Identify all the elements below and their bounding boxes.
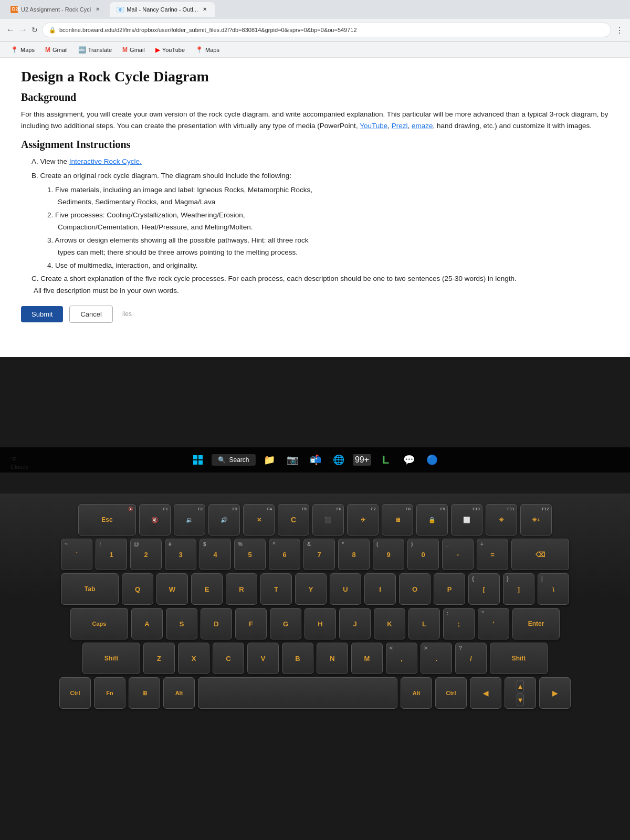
key-l[interactable]: L [408,608,440,639]
key-c[interactable]: C [213,643,244,674]
taskbar-mail[interactable]: 📬 [306,450,325,469]
youtube-link[interactable]: YouTube [360,122,387,130]
key-f9[interactable]: F9 🔒 [416,504,448,536]
key-r[interactable]: R [226,573,257,605]
key-comma[interactable]: <, [386,643,417,674]
tab-close-d2l[interactable]: ✕ [94,6,101,13]
key-f[interactable]: F [235,608,267,639]
key-4[interactable]: $4 [200,539,231,570]
emaze-link[interactable]: emaze [412,122,433,130]
taskbar-file-explorer[interactable]: 📁 [260,450,279,469]
key-h[interactable]: H [304,608,336,639]
key-i[interactable]: I [364,573,396,605]
key-ctrl[interactable]: Ctrl [59,677,91,709]
key-8[interactable]: *8 [338,539,370,570]
windows-start-button[interactable] [188,450,207,469]
key-u[interactable]: U [330,573,361,605]
taskbar-camera[interactable]: 📷 [283,450,302,469]
key-win[interactable]: ⊞ [129,677,160,709]
key-f6[interactable]: F6 ⬛ [312,504,344,536]
submit-button[interactable]: Submit [21,306,63,322]
key-f7[interactable]: F7 ✈ [347,504,379,536]
key-f5[interactable]: F5 C [278,504,309,536]
key-period[interactable]: >. [421,643,452,674]
bookmark-gmail-2[interactable]: M Gmail [118,45,149,55]
key-right[interactable]: ▶ [539,677,571,709]
key-lshift[interactable]: Shift [82,643,140,674]
nav-forward[interactable]: → [19,25,27,35]
key-f8[interactable]: F8 🖥 [382,504,413,536]
key-alt-l[interactable]: Alt [163,677,195,709]
nav-back[interactable]: ← [6,25,15,35]
key-z[interactable]: Z [143,643,175,674]
key-f11[interactable]: F11 ☀ [486,504,517,536]
key-s[interactable]: S [166,608,197,639]
key-5[interactable]: %5 [234,539,266,570]
key-lbracket[interactable]: {[ [468,573,500,605]
key-quote[interactable]: "' [478,608,509,639]
interactive-rock-cycle-link[interactable]: Interactive Rock Cycle. [69,158,142,165]
taskbar-notification-icon[interactable]: 99+ [352,450,372,470]
address-bar[interactable]: 🔒 bconline.broward.edu/d2l/lms/dropbox/u… [42,23,611,37]
key-alt-r[interactable]: Alt [401,677,432,709]
key-k[interactable]: K [374,608,405,639]
key-tab[interactable]: Tab [61,573,119,605]
key-rbracket[interactable]: }] [503,573,534,605]
key-3[interactable]: #3 [165,539,196,570]
key-p[interactable]: P [434,573,465,605]
key-semicolon[interactable]: :; [443,608,475,639]
key-rshift[interactable]: Shift [490,643,548,674]
key-2[interactable]: @2 [130,539,162,570]
cancel-button[interactable]: Cancel [69,306,112,323]
key-f1[interactable]: F1 🔇 [139,504,171,536]
key-1[interactable]: !1 [96,539,127,570]
taskbar-google[interactable]: 🔵 [423,450,442,469]
nav-reload[interactable]: ↻ [32,26,38,34]
key-caps[interactable]: Caps [70,608,128,639]
key-q[interactable]: Q [122,573,153,605]
key-esc[interactable]: Esc 🔇 [78,504,136,536]
taskbar-l-icon[interactable]: L [376,450,395,469]
key-slash[interactable]: ?/ [455,643,487,674]
taskbar-message[interactable]: 💬 [400,450,418,469]
key-minus[interactable]: _- [442,539,474,570]
key-f3[interactable]: F3 🔊 [208,504,240,536]
key-y[interactable]: Y [295,573,327,605]
key-9[interactable]: (9 [373,539,404,570]
bookmark-maps-2[interactable]: 📍 Maps [191,45,224,55]
key-7[interactable]: &7 [303,539,335,570]
tab-mail[interactable]: 📧 Mail - Nancy Carino - Outl... ✕ [110,2,215,17]
key-backslash[interactable]: |\ [538,573,569,605]
key-d[interactable]: D [201,608,232,639]
bookmark-translate[interactable]: 🔤 Translate [74,45,116,55]
taskbar-chrome[interactable]: 🌐 [329,450,348,469]
tab-d2l[interactable]: D2L U2 Assignment - Rock Cycl ✕ [4,2,108,17]
key-f2[interactable]: F2 🔉 [174,504,205,536]
key-t[interactable]: T [260,573,292,605]
key-f10[interactable]: F10 ⬜ [451,504,482,536]
key-e[interactable]: E [191,573,223,605]
key-backspace[interactable]: ⌫ [511,539,569,570]
taskbar-search-box[interactable]: 🔍 Search [212,454,255,466]
key-n[interactable]: N [317,643,348,674]
key-f4[interactable]: F4 ✕ [243,504,275,536]
key-0[interactable]: )0 [407,539,439,570]
key-space[interactable] [198,677,397,709]
key-x[interactable]: X [178,643,209,674]
bookmark-youtube[interactable]: ▶ YouTube [151,45,189,55]
key-m[interactable]: M [351,643,383,674]
key-o[interactable]: O [399,573,430,605]
key-a[interactable]: A [131,608,163,639]
key-w[interactable]: W [156,573,188,605]
key-6[interactable]: ^6 [269,539,300,570]
key-f12[interactable]: F12 ☀+ [520,504,552,536]
key-down[interactable]: ▼ [517,694,524,706]
bookmark-maps[interactable]: 📍 Maps [6,45,39,55]
key-fn[interactable]: Fn [94,677,125,709]
more-options[interactable]: ⋮ [615,25,624,35]
key-equals[interactable]: += [477,539,508,570]
bookmark-gmail-1[interactable]: M Gmail [41,45,72,55]
key-g[interactable]: G [270,608,301,639]
key-b[interactable]: B [282,643,313,674]
key-enter[interactable]: Enter [512,608,560,639]
